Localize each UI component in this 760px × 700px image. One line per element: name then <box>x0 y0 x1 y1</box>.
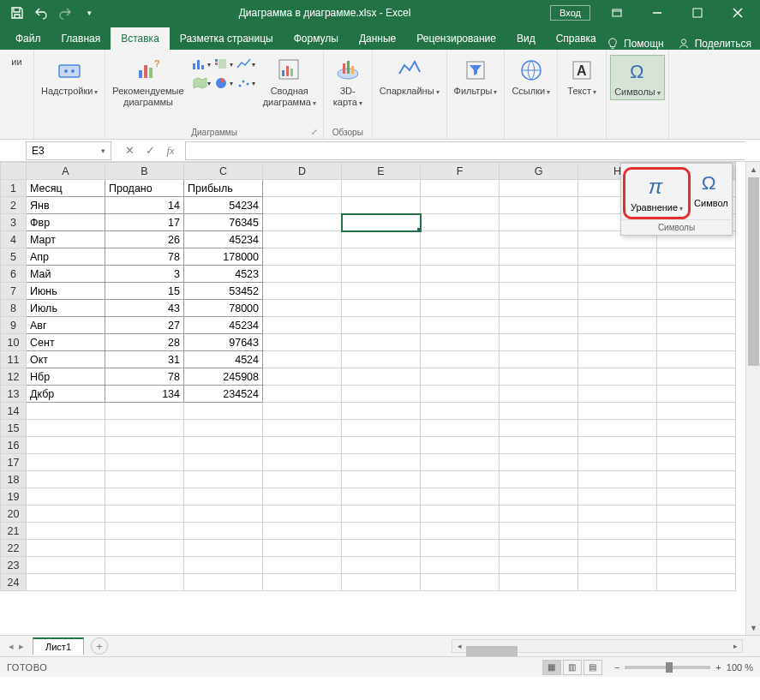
zoom-out-button[interactable]: − <box>614 662 619 673</box>
row-header[interactable]: 7 <box>1 283 27 300</box>
chart-hierarchy-button[interactable]: ▾ <box>213 55 234 74</box>
cell[interactable] <box>184 557 263 574</box>
cell[interactable] <box>421 197 500 214</box>
cell[interactable] <box>578 574 657 591</box>
cell[interactable]: Окт <box>27 351 105 368</box>
cell[interactable] <box>421 351 500 368</box>
cell[interactable] <box>263 557 342 574</box>
cell[interactable] <box>27 437 105 454</box>
cell[interactable] <box>421 506 500 523</box>
cell[interactable] <box>342 231 421 248</box>
cell[interactable] <box>657 488 736 506</box>
cell[interactable] <box>27 540 105 557</box>
cell[interactable] <box>657 506 736 523</box>
tab-file[interactable]: Файл <box>5 27 51 50</box>
cell[interactable] <box>657 557 736 574</box>
cell[interactable] <box>421 540 500 557</box>
cell[interactable] <box>263 317 342 334</box>
cell[interactable]: 17 <box>105 214 184 231</box>
qat-customize[interactable]: ▾ <box>79 3 99 23</box>
enter-formula-button[interactable]: ✓ <box>141 141 159 160</box>
cell[interactable] <box>263 368 342 386</box>
cell[interactable]: 4523 <box>184 266 263 283</box>
row-header[interactable]: 6 <box>1 266 27 283</box>
cell[interactable] <box>500 231 578 248</box>
cell[interactable]: 4524 <box>184 351 263 368</box>
cell[interactable] <box>578 454 657 471</box>
cell[interactable] <box>342 488 421 506</box>
cell[interactable] <box>105 574 184 591</box>
cell[interactable] <box>263 403 342 420</box>
save-button[interactable] <box>7 3 27 23</box>
row-header[interactable]: 2 <box>1 197 27 214</box>
cell[interactable] <box>263 334 342 351</box>
cell[interactable]: Авг <box>27 317 105 334</box>
column-header[interactable]: F <box>421 163 500 180</box>
insert-function-button[interactable]: fx <box>161 141 180 160</box>
row-header[interactable]: 20 <box>1 506 27 523</box>
cell[interactable] <box>500 197 578 214</box>
row-header[interactable]: 22 <box>1 540 27 557</box>
cell[interactable] <box>421 386 500 403</box>
cell[interactable]: Янв <box>27 197 105 214</box>
cell[interactable] <box>263 248 342 266</box>
cell[interactable] <box>578 471 657 488</box>
cell[interactable] <box>263 351 342 368</box>
cell[interactable]: Месяц <box>27 180 105 197</box>
normal-view-button[interactable]: ▦ <box>542 660 561 675</box>
cell[interactable] <box>578 420 657 437</box>
cell[interactable] <box>342 523 421 540</box>
tell-me[interactable]: Помощн <box>624 38 664 50</box>
cell[interactable] <box>105 506 184 523</box>
cell[interactable] <box>105 403 184 420</box>
cell[interactable] <box>421 557 500 574</box>
cancel-formula-button[interactable]: ✕ <box>120 141 139 160</box>
cell[interactable] <box>578 557 657 574</box>
cell[interactable] <box>342 368 421 386</box>
cell[interactable] <box>421 574 500 591</box>
row-header[interactable]: 5 <box>1 248 27 266</box>
cell[interactable] <box>105 420 184 437</box>
cell[interactable] <box>500 214 578 231</box>
cell[interactable] <box>342 266 421 283</box>
cell[interactable] <box>342 214 421 231</box>
cell[interactable] <box>342 420 421 437</box>
cell[interactable] <box>578 540 657 557</box>
cell[interactable]: Дкбр <box>27 386 105 403</box>
tables-truncated[interactable]: ии <box>8 55 25 69</box>
cell[interactable] <box>27 506 105 523</box>
cell[interactable] <box>500 557 578 574</box>
cell[interactable] <box>421 471 500 488</box>
cell[interactable] <box>657 540 736 557</box>
cell[interactable] <box>657 300 736 317</box>
cell[interactable]: Сент <box>27 334 105 351</box>
cell[interactable]: 28 <box>105 334 184 351</box>
chart-column-button[interactable]: ▾ <box>191 55 212 74</box>
cell[interactable] <box>500 488 578 506</box>
column-header[interactable]: E <box>342 163 421 180</box>
cell[interactable] <box>657 248 736 266</box>
cell[interactable] <box>421 403 500 420</box>
cell[interactable] <box>342 283 421 300</box>
cell[interactable] <box>578 506 657 523</box>
row-header[interactable]: 15 <box>1 420 27 437</box>
cell[interactable]: 134 <box>105 386 184 403</box>
cell[interactable]: 234524 <box>184 386 263 403</box>
cell[interactable] <box>421 420 500 437</box>
redo-button[interactable] <box>55 3 75 23</box>
maximize-button[interactable] <box>678 0 716 26</box>
charts-dialog-launcher[interactable]: ⤢ <box>311 128 318 136</box>
cell[interactable] <box>500 540 578 557</box>
chart-line-button[interactable]: ▾ <box>236 55 256 74</box>
cell[interactable]: Фвр <box>27 214 105 231</box>
cell[interactable]: 14 <box>105 197 184 214</box>
cell[interactable]: 78000 <box>184 300 263 317</box>
login-button[interactable]: Вход <box>550 5 590 21</box>
row-header[interactable]: 4 <box>1 231 27 248</box>
cell[interactable] <box>263 300 342 317</box>
cell[interactable] <box>184 471 263 488</box>
cell[interactable]: 97643 <box>184 334 263 351</box>
cell[interactable] <box>342 248 421 266</box>
share-button[interactable]: Поделиться <box>695 38 751 50</box>
cell[interactable] <box>500 368 578 386</box>
